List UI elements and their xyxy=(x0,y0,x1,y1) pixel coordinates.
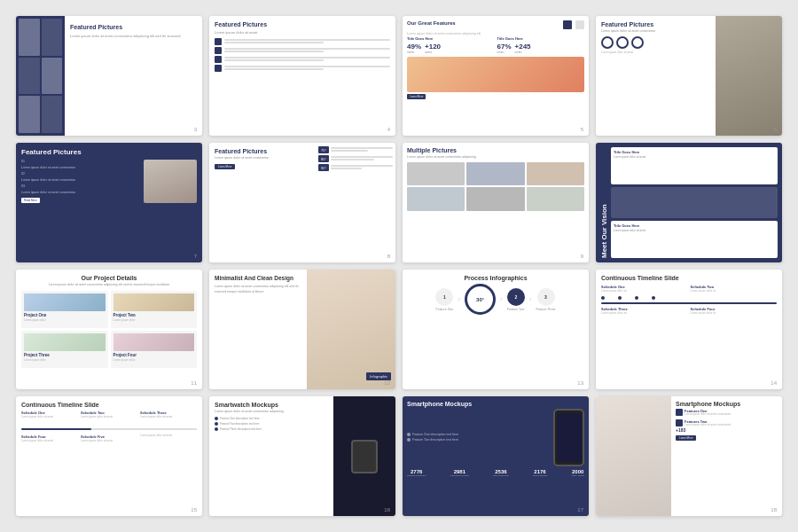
slide-1-cell-1 xyxy=(19,19,40,56)
slide-4-circle-2 xyxy=(616,36,629,49)
slide-7: Multiple Pictures Lorem ipsum dolor sit … xyxy=(403,143,589,262)
slide-10-subtitle: Lorem ipsum dolor sit amet consectetur a… xyxy=(215,285,301,294)
slide-7-pictures xyxy=(407,162,584,211)
slide-10-title: Minimalist And Clean Design xyxy=(215,275,301,282)
slide-9-item2-desc: Lorem ipsum dolor xyxy=(113,318,195,322)
slide-12-item-2: Schedule Two Lorem ipsum dolor sit xyxy=(691,285,778,293)
slide-13-number: 15 xyxy=(191,507,197,512)
slide-3: Our Great Features Lorem ipsum dolor sit… xyxy=(403,16,589,136)
slide-11: Process Infographics 1 Feature One › 30°… xyxy=(403,270,589,389)
slide-5-num-label-3: 03 xyxy=(21,184,140,189)
slide-2-row-2 xyxy=(215,47,390,54)
slide-9-img-1 xyxy=(24,293,106,311)
slide-16-icon-1 xyxy=(676,409,683,416)
slide-14-line-2: Feature Two description text here xyxy=(215,422,328,426)
slide-11-circle-3: 3 xyxy=(537,288,555,306)
slide-8-title: Meet Our Vision xyxy=(600,147,608,258)
slide-6-title: Featured Pictures xyxy=(215,148,310,154)
slide-15-dot-1 xyxy=(407,433,411,436)
slide-13-item6-desc: Lorem ipsum dolor sit amet xyxy=(140,434,197,438)
slide-8: Meet Our Vision Title Goes Here Lorem ip… xyxy=(596,143,782,262)
slide-15-feature-2: Feature Two description text here xyxy=(407,438,550,442)
slide-12: Continuous Timeline Slide Schedule One L… xyxy=(596,270,782,389)
slide-13: Continuous Timeline Slide Schedule One L… xyxy=(16,396,202,516)
slide-3-body: Title Goes Here 49% metric +120 metric T… xyxy=(407,36,584,54)
slide-9-img-2 xyxy=(113,293,195,311)
slide-2-line-4a xyxy=(224,66,390,67)
slide-12-dot-3 xyxy=(635,296,638,300)
slide-16-image xyxy=(596,396,671,516)
slide-11-label-2: Feature Two xyxy=(507,308,525,311)
slide-1-content: Featured Pictures Lorem ipsum dolor sit … xyxy=(65,16,202,136)
slide-15-feat1-text: Feature One description text here xyxy=(412,433,458,436)
slide-9-item-3: Project Three Lorem ipsum dolor xyxy=(21,331,108,368)
slide-11-item-center: 30° xyxy=(465,284,496,315)
slide-3-col1-title: Title Goes Here xyxy=(407,36,495,41)
slide-10-badge: Infographic xyxy=(366,372,391,380)
slide-9-item-1: Project One Lorem ipsum dolor xyxy=(21,291,108,328)
slide-10-number: 12 xyxy=(384,380,390,386)
slide-13-timeline-fill xyxy=(21,428,91,430)
slide-14: Smartwatch Mockups Lorem ipsum dolor sit… xyxy=(209,396,395,516)
slide-13-item5-desc: Lorem ipsum dolor sit amet xyxy=(81,440,137,443)
slide-3-icon-1 xyxy=(563,20,572,29)
slide-12-item-1: Schedule One Lorem ipsum dolor sit xyxy=(601,285,688,293)
slide-3-stat1-label: metric xyxy=(407,51,421,54)
slide-3-col2-title: Title Goes Here xyxy=(497,36,585,41)
slide-7-pic-2 xyxy=(466,162,524,186)
slide-16-content: Smartphone Mockups Features One Lorem ip… xyxy=(671,396,782,516)
slide-11-label-1: Feature One xyxy=(435,308,453,311)
slide-15-stat-1: 2776 satisfied customers xyxy=(407,469,426,477)
slide-3-button[interactable]: Learn More xyxy=(407,94,426,99)
slide-8-card1-desc: Lorem ipsum dolor sit amet xyxy=(614,155,775,159)
slide-3-title: Our Great Features xyxy=(407,20,456,26)
slide-14-dot-2 xyxy=(215,422,218,426)
slide-6-badge-1: 70° xyxy=(318,146,329,153)
slide-15-title: Smartphone Mockups xyxy=(407,401,584,407)
slide-1-image-grid xyxy=(16,16,65,136)
slide-14-image xyxy=(333,396,395,516)
slide-9-title: Our Project Details xyxy=(21,275,197,281)
slide-6-lines-3 xyxy=(331,165,393,170)
slide-7-pic-6 xyxy=(527,187,584,211)
slide-6: Featured Pictures Lorem ipsum dolor sit … xyxy=(209,143,395,262)
slide-5-image xyxy=(144,160,197,202)
slide-15: Smartphone Mockups Feature One descripti… xyxy=(403,396,589,516)
slide-2-line-2b xyxy=(224,51,324,52)
slide-1-subtitle: Lorem ipsum dolor sit amet consectetur a… xyxy=(70,34,197,39)
slide-11-number: 13 xyxy=(577,380,583,386)
slide-1-cell-3 xyxy=(19,58,40,95)
slide-3-image xyxy=(407,57,584,92)
slide-1-cell-2 xyxy=(42,19,63,56)
slide-6-line-1b xyxy=(331,150,368,152)
slide-13-row-2: Schedule Four Lorem ipsum dolor sit amet… xyxy=(21,434,197,443)
slide-2-line-3a xyxy=(224,57,390,59)
slide-9-grid: Project One Lorem ipsum dolor Project Tw… xyxy=(21,291,197,368)
slide-6-button[interactable]: Learn More xyxy=(215,164,235,169)
slide-15-feature-1: Feature One description text here xyxy=(407,433,550,436)
slide-5-text: 01 Lorem ipsum dolor sit amet consectetu… xyxy=(21,160,140,202)
slide-13-title: Continuous Timeline Slide xyxy=(21,402,197,408)
slide-16-number: 18 xyxy=(771,507,777,512)
slide-12-dot-4 xyxy=(652,296,655,300)
slide-15-stat-4: 2176 award winning xyxy=(533,469,547,477)
slide-13-item2-desc: Lorem ipsum dolor sit amet xyxy=(81,416,137,419)
slide-11-circle-1: 1 xyxy=(435,288,453,306)
slide-15-number: 17 xyxy=(577,507,583,512)
slide-4-small-desc: Lorem ipsum dolor sit amet xyxy=(601,51,710,54)
slide-13-item3-desc: Lorem ipsum dolor sit amet xyxy=(140,416,197,419)
slide-16-icon-2 xyxy=(676,419,683,426)
slide-14-dot-1 xyxy=(215,417,218,420)
slide-5-button[interactable]: Read More xyxy=(21,198,40,203)
slide-16-button[interactable]: Learn More xyxy=(676,435,696,441)
slide-8-card2-title: Title Goes Here xyxy=(614,223,775,228)
slide-2-icon-3 xyxy=(215,56,222,63)
slide-12-item3-desc: Lorem ipsum dolor sit xyxy=(601,312,688,316)
slide-6-badge-2: 80° xyxy=(318,155,329,162)
slide-12-number: 14 xyxy=(771,380,777,386)
slide-16-item1-desc: Lorem ipsum dolor sit amet consectetur xyxy=(685,413,778,417)
slide-11-item-1: 1 Feature One xyxy=(435,288,453,311)
slide-14-line3-text: Feature Three description text here xyxy=(220,427,262,431)
slide-8-card2-desc: Lorem ipsum dolor sit amet xyxy=(614,229,775,232)
slide-15-stats: 2776 satisfied customers 2981 completed … xyxy=(407,469,584,477)
